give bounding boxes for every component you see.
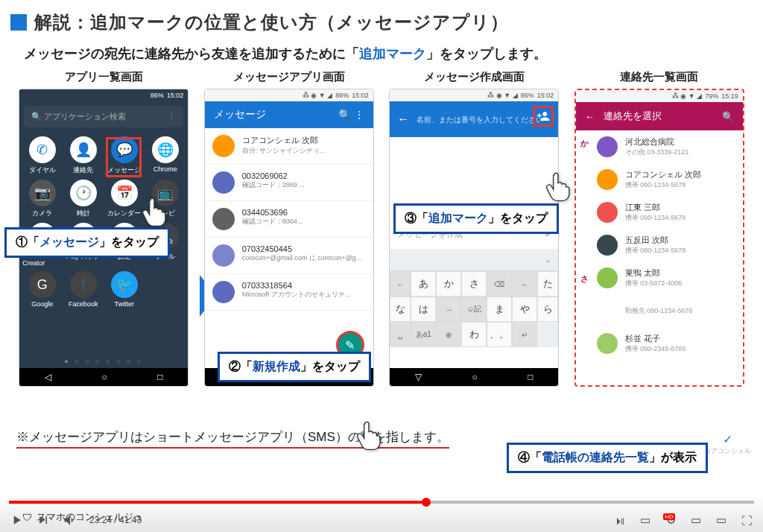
key-delete[interactable]: ⌫: [487, 271, 512, 297]
status-bar: ⁂ ◉ ▼ ◢86%15:02: [205, 89, 373, 101]
app-messages[interactable]: 💬メッセージ: [104, 136, 144, 175]
index-label: さ: [580, 273, 589, 285]
captions-button[interactable]: ▭: [638, 513, 653, 528]
avatar: [597, 169, 618, 190]
fullscreen-button[interactable]: ⛶: [739, 513, 754, 528]
slide-content: 解説：追加マークの位置と使い方（メッセージアプリ） メッセージの宛先に連絡先から…: [0, 0, 763, 495]
app-chrome[interactable]: 🌐Chrome: [145, 136, 185, 175]
status-bar: ⁂ ◉ ▼ ◢79%15:19: [576, 90, 743, 102]
compose-header: ← 名前、または番号を入力してください: [390, 101, 558, 137]
page-dots: ● ○ ○ ○ ○ ○ ○ ○: [19, 358, 188, 365]
app-google[interactable]: GGoogle: [22, 271, 62, 308]
contact-row[interactable]: 杉並 花子携帯 090-2345-6789: [576, 327, 743, 360]
message-row[interactable]: コアコンシェル 次郎自分: サンシャインシティ...: [205, 128, 373, 165]
contact-row[interactable]: 巣鴨 太郎携帯 03-5972-4006: [576, 262, 743, 294]
key[interactable]: ␣: [390, 322, 411, 347]
back-icon[interactable]: ◁: [45, 372, 51, 382]
keyboard: ⌄ ←あかさ⌫ ←たなは→ ☺記まやら␣ あa1⊕わ、。↵: [390, 249, 558, 347]
contacts-list: か 河北総合病院その他 03-3339-2121 コアコンシェル 次郎携帯 09…: [576, 130, 743, 360]
progress-played: [9, 501, 426, 504]
header-title: メッセージ: [214, 108, 266, 121]
key[interactable]: か: [436, 271, 461, 297]
callout-2: ②「新規作成」をタップ: [218, 352, 371, 382]
more-icon[interactable]: ⋮: [168, 112, 176, 121]
key[interactable]: さ: [461, 271, 487, 297]
search-icon[interactable]: 🔍: [722, 111, 734, 122]
avatar: [212, 135, 235, 157]
app-tv[interactable]: 📺テレビ: [145, 180, 185, 218]
app-dial[interactable]: ✆ダイヤル: [22, 136, 62, 175]
miniplayer-button[interactable]: ▭: [688, 513, 703, 528]
key[interactable]: ⊕: [436, 322, 461, 347]
app-twitter[interactable]: 🐦Twitter: [104, 271, 144, 308]
search-icon[interactable]: 🔍 ⋮: [338, 109, 364, 121]
volume-button[interactable]: [63, 513, 77, 528]
home-icon[interactable]: ○: [102, 372, 107, 382]
message-list: コアコンシェル 次郎自分: サンシャインシティ... 0032069062確認コ…: [205, 128, 373, 311]
key-enter[interactable]: ↵: [512, 322, 537, 347]
contacts-header: ←連絡先を選択🔍: [576, 102, 743, 130]
settings-button[interactable]: ⚙HD: [663, 513, 678, 528]
app-facebook[interactable]: fFacebook: [63, 271, 103, 308]
key[interactable]: た: [537, 271, 558, 297]
col-title: メッセージ作成画面: [424, 70, 525, 84]
avatar: [597, 300, 618, 321]
android-navbar: ▽○□: [390, 368, 558, 386]
key[interactable]: ←: [390, 271, 411, 297]
col-message-list: メッセージアプリ画面 ⁂ ◉ ▼ ◢86%15:02 メッセージ🔍 ⋮ コアコン…: [199, 70, 380, 387]
play-button[interactable]: [9, 513, 24, 528]
key[interactable]: ら: [537, 297, 558, 322]
message-row[interactable]: 0032069062確認コード：2869 ...: [205, 165, 373, 201]
status-bar: ⁂ ◉ ▼ ◢86%15:02: [390, 89, 558, 101]
back-icon[interactable]: ←: [397, 113, 409, 126]
slide-subtitle: メッセージの宛先に連絡先から友達を追加するために「追加マーク」をタップします。: [24, 45, 753, 63]
app-clock[interactable]: 🕐時計: [63, 180, 103, 218]
app-contacts[interactable]: 👤連絡先: [63, 136, 103, 175]
contact-row[interactable]: 勤務先 090-1234-5678: [576, 294, 743, 327]
autoplay-toggle[interactable]: ⏯: [612, 513, 627, 528]
header-title: 連絡先を選択: [604, 110, 662, 123]
key[interactable]: な: [390, 297, 411, 322]
recipient-input[interactable]: 名前、または番号を入力してください: [417, 115, 551, 124]
chevron-down-icon[interactable]: ⌄: [545, 256, 551, 264]
next-button[interactable]: [36, 513, 51, 528]
app-search-input[interactable]: 🔍 アプリケーション検索⋮: [24, 106, 183, 127]
key[interactable]: や: [512, 297, 537, 322]
avatar: [597, 202, 618, 223]
contact-row[interactable]: コアコンシェル 次郎携帯 090-1234-5678: [576, 163, 743, 196]
avatar: [597, 333, 618, 354]
avatar: [212, 171, 235, 194]
person-add-icon: [536, 110, 550, 123]
key[interactable]: わ: [461, 322, 487, 347]
message-row[interactable]: 07033318564Microsoft アカウントのセキュリテ...: [205, 274, 373, 311]
key[interactable]: ←: [512, 271, 537, 297]
key[interactable]: あa1: [411, 322, 436, 347]
avatar: [212, 208, 235, 230]
app-camera[interactable]: 📷カメラ: [22, 180, 62, 218]
add-contact-button[interactable]: [533, 106, 554, 127]
avatar: [212, 281, 235, 303]
message-row[interactable]: 07032450445corecon+@gmail.com に corecon+…: [205, 238, 373, 274]
key[interactable]: あ: [411, 271, 436, 297]
theater-button[interactable]: ▭: [714, 513, 729, 528]
col-title: メッセージアプリ画面: [233, 70, 345, 84]
recent-icon[interactable]: □: [157, 372, 162, 382]
title-bullet: [10, 14, 27, 31]
key[interactable]: ☺記: [461, 297, 487, 322]
callout-4: ④「電話帳の連絡先一覧」が表示: [507, 443, 708, 473]
phone-compose: ⁂ ◉ ▼ ◢86%15:02 ← 名前、または番号を入力してください メッセー…: [389, 89, 559, 387]
subtitle-pre: メッセージの宛先に連絡先から友達を追加するために「: [24, 46, 359, 61]
key[interactable]: →: [436, 297, 461, 322]
contact-row[interactable]: 五反田 次郎携帯 080-1234-5678: [576, 229, 743, 262]
message-row[interactable]: 0344053696確認コード：8004...: [205, 201, 373, 238]
key[interactable]: ま: [487, 297, 512, 322]
back-icon[interactable]: ←: [585, 111, 595, 122]
subtitle-post: 」をタップします。: [426, 46, 547, 61]
key[interactable]: 、。: [487, 322, 512, 347]
key[interactable]: は: [411, 297, 436, 322]
contact-row[interactable]: 江東 三郎携帯 090-1234-5678: [576, 196, 743, 229]
app-calendar[interactable]: 📅カレンダー: [104, 180, 144, 218]
contact-row[interactable]: 河北総合病院その他 03-3339-2121: [576, 130, 743, 163]
progress-bar[interactable]: [9, 501, 754, 504]
avatar: [212, 244, 235, 267]
